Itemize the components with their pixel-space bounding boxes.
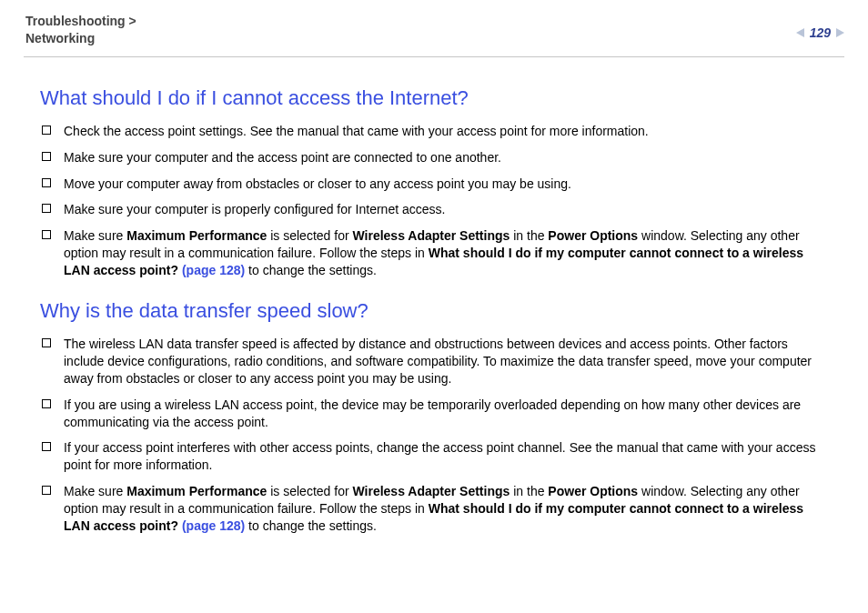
section-heading-2: Why is the data transfer speed slow?	[40, 299, 832, 323]
breadcrumb: Troubleshooting > Networking	[25, 13, 136, 47]
list-item: Make sure Maximum Performance is selecte…	[42, 483, 832, 535]
list-item-text: Make sure Maximum Performance is selecte…	[64, 483, 832, 535]
bullet-icon	[42, 126, 51, 135]
list-item: Make sure your computer is properly conf…	[42, 201, 832, 218]
list-item: Move your computer away from obstacles o…	[42, 176, 832, 193]
list-item-text: Check the access point settings. See the…	[64, 123, 832, 140]
bullet-icon	[42, 230, 51, 239]
list-item: Make sure your computer and the access p…	[42, 149, 832, 166]
page-content: What should I do if I cannot access the …	[0, 57, 868, 535]
section-heading-1: What should I do if I cannot access the …	[40, 86, 832, 110]
list-item-text: The wireless LAN data transfer speed is …	[64, 336, 832, 387]
bullet-icon	[42, 442, 51, 451]
list-item-text: Make sure Maximum Performance is selecte…	[64, 227, 832, 279]
list-item: If you are using a wireless LAN access p…	[42, 397, 832, 431]
list-item-text: Make sure your computer and the access p…	[64, 149, 832, 166]
list-item: The wireless LAN data transfer speed is …	[42, 336, 832, 387]
list-item-text: If you are using a wireless LAN access p…	[64, 397, 832, 431]
list-item: Make sure Maximum Performance is selecte…	[42, 227, 832, 279]
bullet-icon	[42, 486, 51, 495]
prev-page-icon[interactable]	[796, 28, 804, 37]
list-item-text: Make sure your computer is properly conf…	[64, 201, 832, 218]
breadcrumb-line2: Networking	[25, 30, 136, 47]
bullet-icon	[42, 204, 51, 213]
list-item-text: If your access point interferes with oth…	[64, 439, 832, 474]
page-number: 129	[810, 25, 831, 40]
bullet-icon	[42, 338, 51, 347]
bullet-list-1: Check the access point settings. See the…	[40, 123, 832, 279]
bullet-icon	[42, 399, 51, 408]
bullet-icon	[42, 178, 51, 187]
list-item: If your access point interferes with oth…	[42, 439, 832, 474]
bullet-icon	[42, 152, 51, 161]
breadcrumb-line1: Troubleshooting >	[25, 13, 136, 30]
list-item-text: Move your computer away from obstacles o…	[64, 176, 832, 193]
next-page-icon[interactable]	[836, 28, 844, 37]
page-header: Troubleshooting > Networking 129	[0, 0, 868, 55]
page-number-nav: 129	[796, 13, 844, 40]
bullet-list-2: The wireless LAN data transfer speed is …	[40, 336, 832, 535]
list-item: Check the access point settings. See the…	[42, 123, 832, 140]
